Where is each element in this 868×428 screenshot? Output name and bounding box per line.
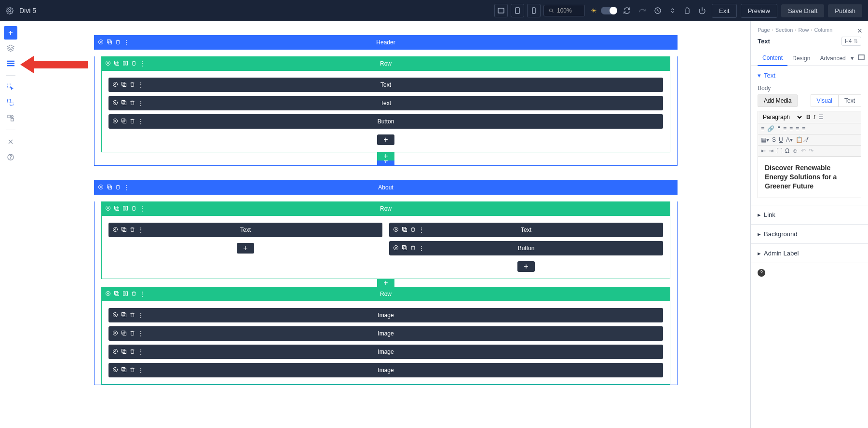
- section-header[interactable]: ⋮ Header: [94, 35, 678, 50]
- settings-icon[interactable]: [393, 227, 399, 233]
- module[interactable]: ⋮ Text: [108, 96, 663, 110]
- breadcrumb-section[interactable]: Section: [775, 27, 793, 33]
- settings-icon[interactable]: [112, 100, 118, 107]
- duplicate-icon[interactable]: [121, 118, 127, 125]
- more-icon[interactable]: ⋮: [138, 348, 144, 355]
- sync-icon[interactable]: [621, 5, 633, 16]
- more-icon[interactable]: ⋮: [419, 227, 424, 233]
- accordion-background[interactable]: ▸ Background: [751, 225, 868, 243]
- portability-icon[interactable]: [667, 5, 678, 16]
- duplicate-icon[interactable]: [107, 39, 112, 46]
- tab-design[interactable]: Design: [787, 51, 815, 66]
- delete-icon[interactable]: [130, 312, 135, 319]
- publish-button[interactable]: Publish: [828, 4, 862, 17]
- delete-icon[interactable]: [131, 60, 136, 67]
- more-icon[interactable]: ⋮: [138, 330, 144, 337]
- settings-icon[interactable]: [105, 60, 111, 67]
- settings-icon[interactable]: [105, 205, 111, 212]
- more-icon[interactable]: ⋮: [123, 39, 129, 46]
- expand-icon[interactable]: [858, 54, 865, 62]
- settings-icon[interactable]: [112, 227, 118, 233]
- gear-icon[interactable]: [6, 7, 14, 14]
- duplicate-icon[interactable]: [121, 81, 127, 88]
- editor-content[interactable]: Discover Renewable Energy Solutions for …: [758, 157, 861, 198]
- columns-icon[interactable]: [122, 291, 128, 297]
- editor-tab-visual[interactable]: Visual: [811, 94, 839, 107]
- more-icon[interactable]: ⋮: [138, 100, 144, 107]
- delete-icon[interactable]: [410, 245, 416, 252]
- module[interactable]: ⋮ Text: [108, 78, 663, 92]
- tab-content[interactable]: Content: [758, 51, 787, 66]
- history-icon[interactable]: [652, 5, 664, 16]
- paragraph-select[interactable]: Paragraph: [761, 113, 803, 121]
- align-justify-icon[interactable]: ≡: [802, 125, 805, 132]
- align-center-icon[interactable]: ≡: [789, 125, 793, 132]
- save-draft-button[interactable]: Save Draft: [781, 4, 824, 17]
- outdent-icon[interactable]: ⇤: [761, 147, 766, 154]
- power-icon[interactable]: [696, 5, 708, 16]
- row-header[interactable]: ⋮ Row: [101, 201, 670, 216]
- module[interactable]: ⋮ Button: [108, 114, 663, 129]
- delete-icon[interactable]: [410, 227, 416, 233]
- align-right-icon[interactable]: ≡: [796, 125, 799, 132]
- close-panel-icon[interactable]: ×: [857, 26, 862, 36]
- delete-icon[interactable]: [131, 291, 136, 297]
- duplicate-icon[interactable]: [114, 60, 120, 67]
- add-module-button[interactable]: +: [377, 134, 394, 145]
- settings-icon[interactable]: [98, 184, 104, 191]
- duplicate-icon[interactable]: [114, 205, 120, 212]
- delete-icon[interactable]: [130, 367, 135, 374]
- duplicate-icon[interactable]: [121, 348, 127, 355]
- grid-mode-icon[interactable]: [4, 96, 17, 109]
- add-element-button[interactable]: [4, 26, 17, 40]
- editor-tab-text[interactable]: Text: [839, 94, 861, 107]
- row-header[interactable]: ⋮ Row: [101, 287, 670, 301]
- settings-icon[interactable]: [112, 348, 118, 355]
- numbered-list-icon[interactable]: ≡: [761, 125, 764, 132]
- text-color-icon[interactable]: A▾: [786, 136, 793, 143]
- duplicate-icon[interactable]: [121, 100, 127, 107]
- tab-dropdown-icon[interactable]: ▾: [851, 54, 854, 62]
- delete-icon[interactable]: [130, 100, 135, 107]
- list-icon[interactable]: ☰: [818, 114, 824, 120]
- add-row-button[interactable]: +: [377, 152, 394, 160]
- more-icon[interactable]: ⋮: [138, 81, 144, 88]
- delete-icon[interactable]: [130, 330, 135, 337]
- heading-level-badge[interactable]: H4⇅: [841, 37, 861, 46]
- fullscreen-icon[interactable]: ⛶: [776, 147, 782, 154]
- italic-icon[interactable]: I: [814, 114, 815, 121]
- section-header[interactable]: ⋮ About: [94, 180, 678, 195]
- duplicate-icon[interactable]: [121, 312, 127, 319]
- more-icon[interactable]: ⋮: [419, 245, 424, 252]
- tablet-device-button[interactable]: [511, 4, 524, 17]
- more-icon[interactable]: ⋮: [139, 60, 145, 67]
- more-icon[interactable]: ⋮: [138, 227, 144, 233]
- row-header[interactable]: ⋮ Row: [101, 56, 670, 71]
- breadcrumb-row[interactable]: Row: [798, 27, 809, 33]
- columns-icon[interactable]: [122, 60, 128, 67]
- layers-icon[interactable]: [4, 41, 17, 55]
- settings-icon[interactable]: [105, 291, 111, 297]
- delete-icon[interactable]: [115, 184, 121, 191]
- more-icon[interactable]: ⋮: [123, 184, 129, 191]
- more-icon[interactable]: ⋮: [138, 118, 144, 125]
- tools-icon[interactable]: [4, 135, 17, 148]
- strikethrough-icon[interactable]: S: [772, 136, 776, 143]
- undo-icon[interactable]: ↶: [801, 147, 806, 154]
- click-mode-icon[interactable]: [4, 80, 17, 94]
- wireframe-view-icon[interactable]: [4, 57, 17, 70]
- columns-icon[interactable]: [122, 205, 128, 212]
- duplicate-icon[interactable]: [121, 367, 127, 374]
- indent-icon[interactable]: ⇥: [769, 147, 773, 154]
- settings-icon[interactable]: [112, 312, 118, 319]
- theme-toggle[interactable]: [601, 7, 617, 14]
- zoom-input[interactable]: 100%: [543, 5, 585, 16]
- redo-icon[interactable]: [637, 5, 648, 16]
- settings-icon[interactable]: [98, 39, 104, 46]
- add-module-button[interactable]: +: [237, 243, 254, 254]
- module[interactable]: ⋮ Text: [108, 223, 382, 237]
- settings-icon[interactable]: [112, 81, 118, 88]
- preview-button[interactable]: Preview: [741, 4, 777, 18]
- accordion-text[interactable]: ▾ Text: [751, 66, 868, 85]
- mobile-device-button[interactable]: [527, 4, 541, 17]
